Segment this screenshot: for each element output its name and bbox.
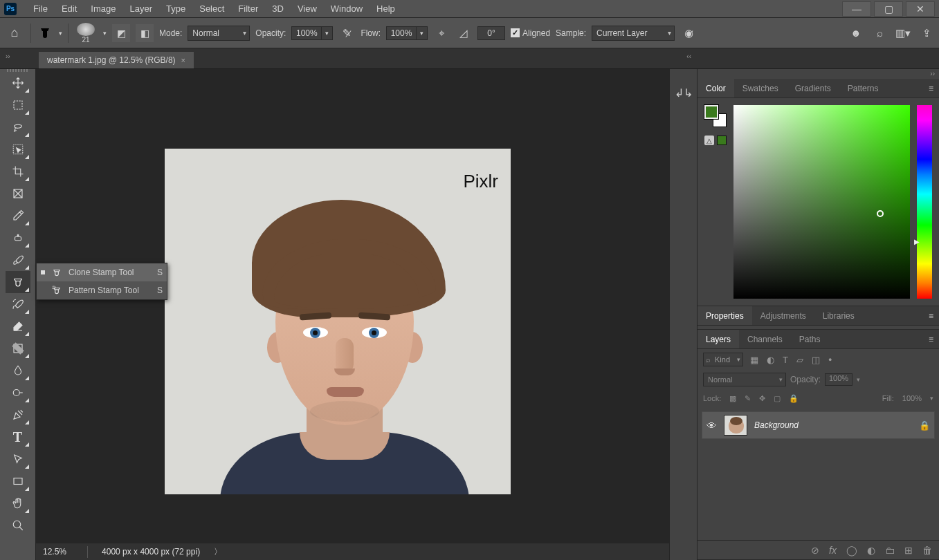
document-canvas[interactable]: Pixlr xyxy=(165,149,511,494)
layer-name[interactable]: Background xyxy=(754,420,799,430)
menu-image[interactable]: Image xyxy=(84,1,122,17)
brush-tool[interactable] xyxy=(6,249,30,271)
hand-tool[interactable] xyxy=(6,492,30,514)
rectangle-tool[interactable] xyxy=(6,470,30,492)
visibility-eye-icon[interactable]: 👁 xyxy=(706,420,717,431)
share-icon[interactable]: ⇪ xyxy=(918,25,935,41)
filter-shape-icon[interactable]: ▱ xyxy=(796,355,803,365)
history-panel-icon[interactable]: ↲↳ xyxy=(675,84,692,101)
filter-adjust-icon[interactable]: ◐ xyxy=(767,355,774,365)
close-document-icon[interactable]: × xyxy=(181,56,185,64)
clone-source-panel-icon[interactable]: ◧ xyxy=(136,24,154,42)
lock-artboard-icon[interactable]: ▢ xyxy=(774,394,781,403)
lock-all-icon[interactable]: 🔒 xyxy=(789,394,799,403)
menu-filter[interactable]: Filter xyxy=(231,1,265,17)
opacity-dropdown[interactable]: ▾ xyxy=(322,26,333,40)
layer-filter-kind-select[interactable]: Kind xyxy=(703,353,743,366)
layer-fill-value[interactable]: 100% xyxy=(902,394,922,402)
canvas-area[interactable]: Pixlr 12.5% 4000 px x 4000 px (72 ppi) 〉 xyxy=(36,69,669,560)
brush-settings-icon[interactable]: ◩ xyxy=(112,24,130,42)
sample-select[interactable]: Current Layer xyxy=(592,26,675,41)
tab-swatches[interactable]: Swatches xyxy=(734,79,787,97)
layer-mask-icon[interactable]: ◯ xyxy=(846,545,857,556)
history-brush-tool[interactable] xyxy=(6,293,30,315)
saturation-value-picker[interactable] xyxy=(733,105,910,299)
gamut-warning-icon[interactable]: △ xyxy=(704,136,714,145)
lasso-tool[interactable] xyxy=(6,116,30,138)
filter-smart-icon[interactable]: ◫ xyxy=(812,355,820,365)
collapse-panels-icon[interactable]: ›› xyxy=(698,69,939,79)
blur-tool[interactable] xyxy=(6,360,30,382)
clone-stamp-tool[interactable] xyxy=(6,271,30,293)
tab-properties[interactable]: Properties xyxy=(698,306,752,325)
menu-window[interactable]: Window xyxy=(324,1,370,17)
path-select-tool[interactable] xyxy=(6,448,30,470)
zoom-tool[interactable] xyxy=(6,514,30,536)
flyout-clone-stamp[interactable]: Clone Stamp Tool S xyxy=(37,263,167,281)
tab-paths[interactable]: Paths xyxy=(791,330,829,348)
gradient-tool[interactable] xyxy=(6,337,30,360)
tab-adjustments[interactable]: Adjustments xyxy=(752,306,814,325)
cloud-docs-icon[interactable]: ☻ xyxy=(848,25,864,41)
lock-transparency-icon[interactable]: ▩ xyxy=(729,394,736,403)
window-minimize-button[interactable]: — xyxy=(842,1,871,17)
window-maximize-button[interactable]: ▢ xyxy=(874,1,903,17)
menu-file[interactable]: File xyxy=(26,1,55,17)
filter-toggle-icon[interactable]: ● xyxy=(828,356,832,363)
menu-3d[interactable]: 3D xyxy=(265,1,291,17)
layer-blend-mode-select[interactable]: Normal xyxy=(703,373,786,386)
move-tool[interactable] xyxy=(6,72,30,94)
dodge-tool[interactable] xyxy=(6,382,30,404)
layer-lock-icon[interactable]: 🔒 xyxy=(919,420,930,431)
brush-angle-value[interactable]: 0° xyxy=(477,26,505,40)
layer-opacity-value[interactable]: 100% xyxy=(825,373,853,386)
layer-style-icon[interactable]: fx xyxy=(829,545,837,556)
fg-bg-swatch[interactable] xyxy=(704,105,727,127)
nearest-color-swatch[interactable] xyxy=(717,136,727,145)
brush-preset-picker[interactable]: 21 xyxy=(74,23,98,44)
filter-type-icon[interactable]: T xyxy=(783,355,788,365)
menu-type[interactable]: Type xyxy=(159,1,192,17)
delete-layer-icon[interactable]: 🗑 xyxy=(922,545,932,556)
document-tab[interactable]: watermark 1.jpg @ 12.5% (RGB/8) × xyxy=(39,52,194,68)
search-icon[interactable]: ⌕ xyxy=(871,25,888,41)
flow-dropdown[interactable]: ▾ xyxy=(417,26,428,40)
hue-slider[interactable]: ▶ xyxy=(917,105,932,299)
pressure-opacity-icon[interactable]: ✎̷ xyxy=(338,25,355,41)
panel-menu-icon[interactable]: ≡ xyxy=(923,84,939,93)
type-tool[interactable]: T xyxy=(6,426,30,448)
collapse-tools-arrow-icon[interactable]: ›› xyxy=(6,53,10,60)
panel-menu-icon[interactable]: ≡ xyxy=(923,335,939,344)
zoom-level[interactable]: 12.5% xyxy=(43,547,66,557)
layer-thumbnail[interactable] xyxy=(724,415,747,436)
new-group-icon[interactable]: 🗀 xyxy=(885,545,895,556)
new-layer-icon[interactable]: ⊞ xyxy=(904,545,913,556)
window-close-button[interactable]: ✕ xyxy=(906,1,935,17)
marquee-tool[interactable] xyxy=(6,94,30,116)
tab-gradients[interactable]: Gradients xyxy=(787,79,839,97)
flow-value[interactable]: 100% xyxy=(386,26,417,40)
tab-libraries[interactable]: Libraries xyxy=(814,306,863,325)
link-layers-icon[interactable]: ⊘ xyxy=(811,545,819,556)
layer-row[interactable]: 👁 Background 🔒 xyxy=(702,411,935,439)
lock-pixels-icon[interactable]: ✎ xyxy=(745,394,751,403)
opacity-value[interactable]: 100% xyxy=(291,26,322,40)
menu-layer[interactable]: Layer xyxy=(123,1,160,17)
frame-tool[interactable] xyxy=(6,183,30,205)
airbrush-icon[interactable]: ⌖ xyxy=(433,25,450,41)
panel-menu-icon[interactable]: ≡ xyxy=(923,311,939,321)
object-select-tool[interactable] xyxy=(6,138,30,160)
eyedropper-tool[interactable] xyxy=(6,205,30,227)
menu-help[interactable]: Help xyxy=(370,1,402,17)
menu-select[interactable]: Select xyxy=(192,1,231,17)
menu-edit[interactable]: Edit xyxy=(55,1,84,17)
pen-tool[interactable] xyxy=(6,404,30,426)
lock-position-icon[interactable]: ✥ xyxy=(759,394,765,403)
foreground-color-swatch[interactable] xyxy=(704,105,718,119)
healing-brush-tool[interactable] xyxy=(6,227,30,249)
aligned-checkbox[interactable]: ✓Aligned xyxy=(511,28,550,38)
tab-patterns[interactable]: Patterns xyxy=(839,79,887,97)
workspace-switcher-icon[interactable]: ▥▾ xyxy=(895,25,911,41)
tab-layers[interactable]: Layers xyxy=(698,330,739,348)
collapse-right-arrow-icon[interactable]: ‹‹ xyxy=(686,53,691,60)
